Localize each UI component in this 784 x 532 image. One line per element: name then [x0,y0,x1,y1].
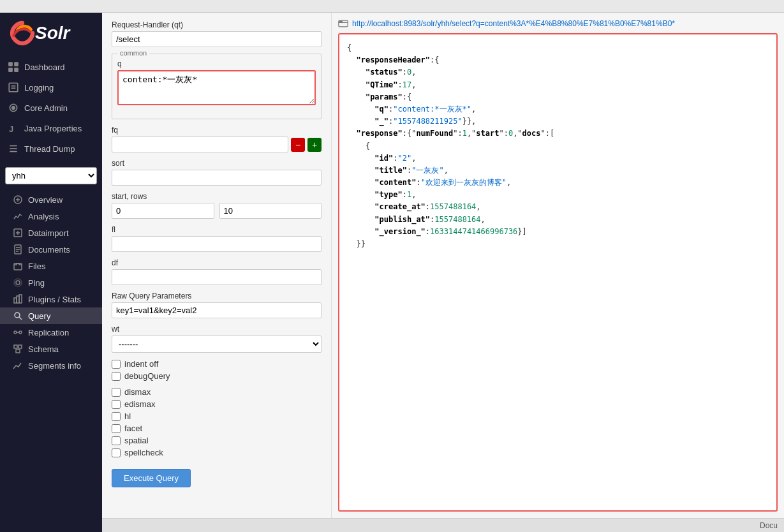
java-properties-label: Java Properties [24,124,82,133]
spellcheck-item[interactable]: spellcheck [112,448,322,457]
indent-off-label: indent off [124,359,158,369]
svg-text:J: J [9,125,13,134]
spellcheck-checkbox[interactable] [112,448,121,457]
url-bar: http://localhost:8983/solr/yhh/select?q=… [338,19,778,28]
svg-rect-35 [18,345,22,348]
svg-line-30 [19,317,22,320]
segments-label: Segments info [28,361,81,371]
core-nav-documents[interactable]: Documents [0,241,102,258]
fq-add-button[interactable]: + [307,138,322,152]
spatial-item[interactable]: spatial [112,436,322,445]
q-input[interactable]: content:*一灰灰* [117,70,316,105]
core-nav-ping[interactable]: Ping [0,274,102,291]
java-properties-icon: J [8,122,19,134]
raw-query-input[interactable] [112,302,322,318]
schema-label: Schema [28,344,59,354]
request-handler-input[interactable] [112,31,322,47]
svg-rect-1 [14,62,18,66]
debug-query-item[interactable]: debugQuery [112,371,322,381]
dismax-item[interactable]: dismax [112,387,322,397]
hl-checkbox[interactable] [112,412,121,421]
overview-label: Overview [28,195,63,205]
request-handler-group: Request-Handler (qt) [112,20,322,47]
start-input[interactable] [112,203,214,219]
edismax-item[interactable]: edismax [112,399,322,409]
sidebar-item-dashboard[interactable]: Dashboard [0,57,102,77]
schema-icon [13,344,23,354]
start-rows-label: start, rows [112,192,322,201]
svg-point-32 [19,331,22,334]
core-nav-files[interactable]: Files [0,258,102,274]
indent-off-checkbox[interactable] [112,360,121,369]
start-rows-group: start, rows [112,192,322,219]
fq-remove-button[interactable]: − [291,138,305,152]
dataimport-label: Dataimport [28,228,69,238]
fl-label: fl [112,225,322,234]
thread-dump-label: Thread Dump [24,144,75,154]
core-nav-analysis[interactable]: Analysis [0,208,102,225]
svg-point-8 [12,107,15,110]
sidebar-item-core-admin[interactable]: Core Admin [0,98,102,118]
logging-label: Logging [24,83,54,92]
fl-input[interactable] [112,236,322,252]
debug-query-checkbox[interactable] [112,372,121,381]
dashboard-icon [8,61,19,73]
core-select[interactable]: yhh [5,167,97,184]
fq-input[interactable] [112,137,288,152]
svg-rect-28 [19,295,22,303]
fq-label: fq [112,126,322,135]
core-nav-plugins-stats[interactable]: Plugins / Stats [0,291,102,307]
checkbox-group-top: indent off debugQuery [112,359,322,381]
top-bar [0,0,784,13]
core-nav-overview[interactable]: Overview [0,191,102,208]
svg-rect-2 [8,68,13,72]
core-selector[interactable]: yhh [5,167,97,184]
facet-checkbox[interactable] [112,424,121,433]
hl-item[interactable]: hl [112,411,322,421]
result-url: http://localhost:8983/solr/yhh/select?q=… [352,19,675,28]
debug-query-label: debugQuery [124,371,170,381]
hl-label: hl [124,411,131,421]
edismax-checkbox[interactable] [112,400,121,409]
wt-select[interactable]: -------jsonxmlcsvpythonrubyphpjavabin [112,336,322,353]
core-nav-segments-info[interactable]: Segments info [0,357,102,374]
core-nav-query[interactable]: Query [0,307,102,324]
core-nav-replication[interactable]: Replication [0,324,102,341]
sidebar-item-thread-dump[interactable]: Thread Dump [0,138,102,159]
plugins-icon [13,294,23,304]
request-handler-label: Request-Handler (qt) [112,20,322,29]
sort-label: sort [112,159,322,168]
logo-area: Solr [0,13,102,54]
main-nav: Dashboard Logging Core Admin J Java Prop… [0,54,102,162]
sort-input[interactable] [112,170,322,186]
spellcheck-label: spellcheck [124,448,163,457]
core-nav-schema[interactable]: Schema [0,341,102,357]
facet-item[interactable]: facet [112,424,322,433]
svg-point-39 [339,21,341,22]
core-admin-icon [8,102,19,114]
checkbox-group-bottom: dismax edismax hl facet [112,387,322,457]
content-area: Request-Handler (qt) common q content:*一… [102,13,784,532]
spatial-checkbox[interactable] [112,436,121,445]
bottom-bar: Docu [102,518,784,532]
fq-row: − + [112,137,322,152]
svg-rect-0 [8,62,13,66]
query-icon [13,311,23,321]
indent-off-item[interactable]: indent off [112,359,322,369]
result-json-box: { "responseHeader":{ "status":0, "QTime"… [338,33,778,512]
replication-icon [13,327,23,337]
edismax-label: edismax [124,399,155,409]
q-label: q [117,59,316,68]
core-nav-dataimport[interactable]: Dataimport [0,225,102,241]
sidebar-item-logging[interactable]: Logging [0,77,102,98]
segments-icon [13,360,23,371]
result-json-content: { "responseHeader":{ "status":0, "QTime"… [347,42,769,250]
rows-input[interactable] [219,203,322,219]
sidebar-item-java-properties[interactable]: J Java Properties [0,118,102,138]
dashboard-label: Dashboard [24,63,65,72]
dismax-checkbox[interactable] [112,388,121,397]
ping-label: Ping [28,278,45,288]
ping-icon [13,277,23,288]
execute-query-button[interactable]: Execute Query [112,469,191,487]
df-input[interactable] [112,269,322,285]
